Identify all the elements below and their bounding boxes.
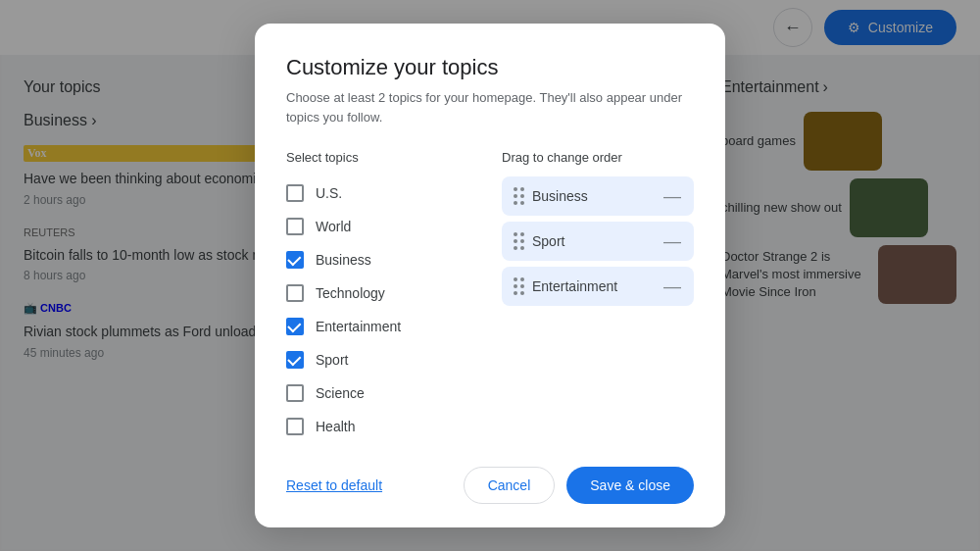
modal-title: Customize your topics bbox=[286, 55, 694, 80]
checkbox-entertainment[interactable] bbox=[286, 318, 304, 335]
topic-sport[interactable]: Sport bbox=[286, 343, 478, 376]
drag-item-business[interactable]: Business — bbox=[502, 176, 694, 216]
footer-actions: Cancel Save & close bbox=[464, 467, 694, 504]
topics-list: Select topics U.S. World Business Techno… bbox=[286, 150, 478, 443]
topic-us[interactable]: U.S. bbox=[286, 176, 478, 210]
topic-health[interactable]: Health bbox=[286, 410, 478, 443]
topic-business-label: Business bbox=[316, 252, 371, 268]
remove-business-button[interactable]: — bbox=[662, 186, 682, 206]
checkbox-sport[interactable] bbox=[286, 351, 304, 369]
checkbox-business[interactable] bbox=[286, 251, 304, 269]
checkbox-health[interactable] bbox=[286, 418, 304, 435]
remove-entertainment-button[interactable]: — bbox=[662, 276, 682, 296]
drag-entertainment-label: Entertainment bbox=[532, 278, 655, 294]
drag-handle-sport[interactable] bbox=[514, 232, 524, 250]
topic-science-label: Science bbox=[316, 385, 365, 401]
topic-technology-label: Technology bbox=[316, 285, 385, 301]
checkbox-science[interactable] bbox=[286, 384, 304, 402]
save-close-button[interactable]: Save & close bbox=[566, 467, 694, 504]
drag-order-list: Drag to change order Business — bbox=[502, 150, 694, 443]
topic-us-label: U.S. bbox=[316, 185, 342, 201]
topics-list-header: Select topics bbox=[286, 150, 478, 165]
modal-footer: Reset to default Cancel Save & close bbox=[286, 467, 694, 504]
drag-handle-entertainment[interactable] bbox=[514, 277, 524, 295]
modal-overlay: Customize your topics Choose at least 2 … bbox=[0, 0, 980, 551]
drag-item-sport[interactable]: Sport — bbox=[502, 222, 694, 261]
reset-button[interactable]: Reset to default bbox=[286, 477, 382, 493]
drag-item-entertainment[interactable]: Entertainment — bbox=[502, 267, 694, 306]
topic-technology[interactable]: Technology bbox=[286, 276, 478, 310]
remove-sport-button[interactable]: — bbox=[662, 231, 682, 251]
cancel-button[interactable]: Cancel bbox=[464, 467, 556, 504]
topic-health-label: Health bbox=[316, 419, 355, 434]
topic-science[interactable]: Science bbox=[286, 376, 478, 410]
topic-world-label: World bbox=[316, 219, 351, 234]
drag-business-label: Business bbox=[532, 188, 655, 204]
topic-world[interactable]: World bbox=[286, 210, 478, 243]
topic-entertainment-label: Entertainment bbox=[316, 319, 401, 334]
drag-sport-label: Sport bbox=[532, 233, 655, 249]
checkbox-world[interactable] bbox=[286, 218, 304, 235]
modal-body: Select topics U.S. World Business Techno… bbox=[286, 150, 694, 443]
topic-sport-label: Sport bbox=[316, 352, 348, 368]
customize-modal: Customize your topics Choose at least 2 … bbox=[255, 24, 725, 527]
topic-business[interactable]: Business bbox=[286, 243, 478, 276]
checkbox-technology[interactable] bbox=[286, 284, 304, 302]
checkbox-us[interactable] bbox=[286, 184, 304, 202]
modal-subtitle: Choose at least 2 topics for your homepa… bbox=[286, 88, 694, 126]
drag-list-header: Drag to change order bbox=[502, 150, 694, 165]
topic-entertainment[interactable]: Entertainment bbox=[286, 310, 478, 343]
drag-handle-business[interactable] bbox=[514, 187, 524, 205]
